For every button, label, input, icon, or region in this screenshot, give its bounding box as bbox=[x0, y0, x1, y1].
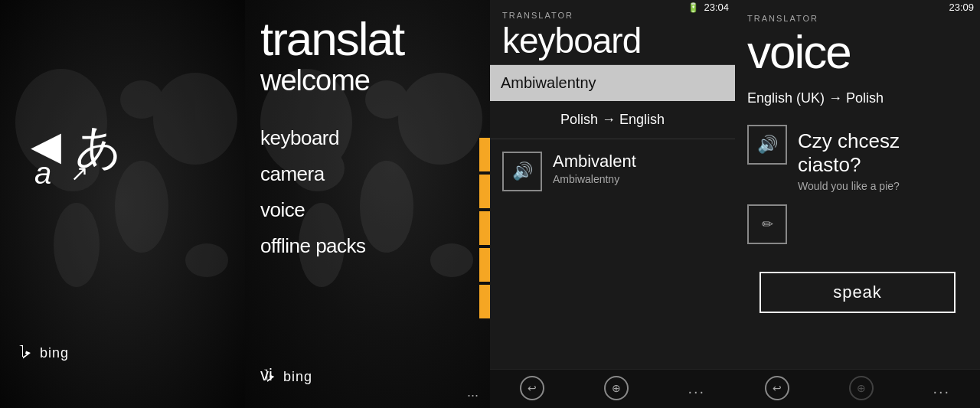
voice-title: voice bbox=[747, 26, 968, 78]
more-dots-p3[interactable]: ... bbox=[688, 380, 705, 397]
bing-label-panel1: bing bbox=[40, 345, 69, 361]
home-icon-p4: ⊕ bbox=[857, 382, 866, 394]
voice-result-speaker: 🔊 Czy chcesz ciasto? Would you like a pi… bbox=[747, 125, 968, 192]
logo-arrow-right-icon: ↗ bbox=[70, 161, 88, 186]
battery-icon: 🔋 bbox=[688, 2, 699, 13]
app-logo: ◀ あ a ↗ bbox=[31, 122, 138, 199]
menu-screen: translat welcome keyboard camera voice o… bbox=[245, 0, 490, 408]
result-sub-word: Ambiwalentny bbox=[553, 173, 723, 185]
voice-phrase-translation: Would you like a pie? bbox=[798, 180, 968, 192]
svg-point-5 bbox=[153, 73, 237, 165]
nav-home-icon-p3[interactable]: ⊕ bbox=[604, 376, 629, 400]
time-panel4: 23:09 bbox=[949, 2, 974, 13]
vi-label: vi bbox=[260, 365, 273, 385]
logo-letter-a: a bbox=[34, 156, 51, 191]
menu-item-voice[interactable]: voice bbox=[260, 192, 490, 228]
yellow-bar-5 bbox=[479, 285, 490, 318]
bing-logo-panel1: bing bbox=[15, 344, 69, 362]
voice-result-edit: ✏ bbox=[747, 204, 968, 244]
time-panel3: 23:04 bbox=[704, 2, 729, 13]
home-screen: ◀ あ a ↗ bing bbox=[0, 0, 245, 408]
status-bar-panel3: 🔋 23:04 bbox=[681, 0, 735, 15]
speaker-icon-voice: 🔊 bbox=[757, 135, 778, 155]
menu-item-keyboard[interactable]: keyboard bbox=[260, 120, 490, 156]
search-input-display[interactable]: Ambiwalentny bbox=[490, 65, 735, 101]
keyboard-screen: 🔋 23:04 TRANSLATOR keyboard Ambiwalentny… bbox=[490, 0, 735, 408]
bing-icon bbox=[15, 344, 34, 362]
translator-label-panel4: TRANSLATOR bbox=[747, 14, 968, 23]
voice-content: TRANSLATOR voice English (UK) → Polish 🔊… bbox=[735, 0, 980, 324]
language-pair[interactable]: English (UK) → Polish bbox=[747, 90, 968, 106]
result-main-word: Ambivalent bbox=[553, 152, 723, 171]
language-direction[interactable]: Polish → English bbox=[490, 101, 735, 139]
nav-back-icon-p3[interactable]: ↩ bbox=[520, 376, 544, 400]
more-dots-p4[interactable]: ... bbox=[933, 380, 950, 397]
back-arrow-icon-p4: ↩ bbox=[773, 382, 782, 394]
home-icon: ⊕ bbox=[612, 382, 621, 394]
welcome-heading: welcome bbox=[260, 64, 490, 97]
status-bar-panel4: 23:09 bbox=[942, 0, 980, 15]
voice-speaker-button[interactable]: 🔊 bbox=[747, 125, 787, 165]
nav-back-icon-p4[interactable]: ↩ bbox=[765, 376, 789, 400]
svg-point-6 bbox=[185, 243, 228, 277]
speaker-icon: 🔊 bbox=[512, 162, 533, 181]
voice-phrase-text: Czy chcesz ciasto? bbox=[798, 129, 968, 177]
app-title: translat bbox=[260, 15, 490, 63]
keyboard-title: keyboard bbox=[502, 23, 723, 58]
voice-edit-button[interactable]: ✏ bbox=[747, 204, 787, 244]
back-arrow-icon: ↩ bbox=[528, 382, 537, 394]
svg-point-2 bbox=[54, 203, 100, 287]
speaker-button[interactable]: 🔊 bbox=[502, 152, 542, 191]
nav-home-icon-p4[interactable]: ⊕ bbox=[849, 376, 874, 400]
voice-phrase-block: Czy chcesz ciasto? Would you like a pie? bbox=[798, 125, 968, 192]
speak-button[interactable]: speak bbox=[760, 272, 956, 313]
bing-label-panel2: bing bbox=[283, 369, 312, 385]
voice-screen: 23:09 TRANSLATOR voice English (UK) → Po… bbox=[735, 0, 980, 408]
result-text: Ambivalent Ambiwalentny bbox=[553, 152, 723, 185]
menu-item-offline-packs[interactable]: offline packs bbox=[260, 228, 490, 264]
edit-icon: ✏ bbox=[762, 216, 773, 233]
menu-item-camera[interactable]: camera bbox=[260, 156, 490, 192]
bottom-nav-panel3: ↩ ⊕ ... bbox=[490, 369, 735, 408]
menu-content: translat welcome keyboard camera voice o… bbox=[245, 0, 490, 264]
bottom-nav-panel4: ↩ ⊕ ... bbox=[735, 369, 980, 408]
translation-result: 🔊 Ambivalent Ambiwalentny bbox=[490, 139, 735, 204]
